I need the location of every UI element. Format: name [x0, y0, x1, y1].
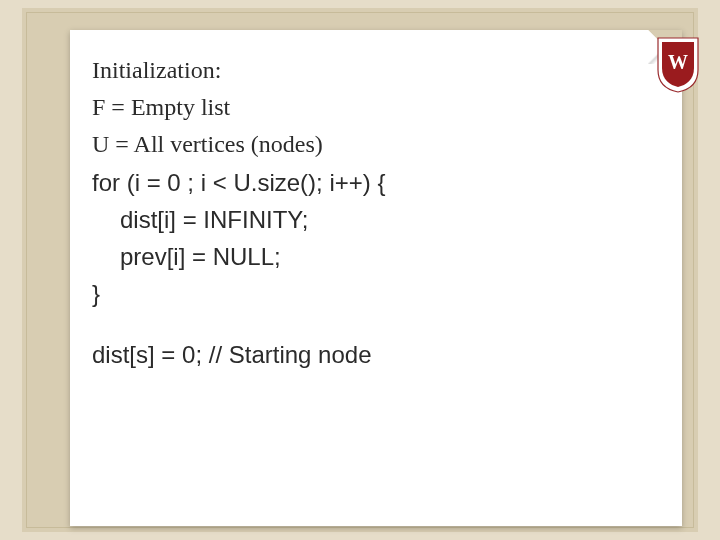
slide-card: Initialization: F = Empty list U = All v… [70, 30, 682, 526]
slide-frame: Initialization: F = Empty list U = All v… [22, 8, 698, 532]
spacer [92, 312, 652, 336]
line-dist-start: dist[s] = 0; // Starting node [92, 336, 652, 373]
line-for-loop: for (i = 0 ; i < U.size(); i++) { [92, 164, 652, 201]
line-prev-null: prev[i] = NULL; [92, 238, 652, 275]
slide-body: Initialization: F = Empty list U = All v… [92, 52, 652, 374]
line-close-brace: } [92, 275, 652, 312]
line-f-empty: F = Empty list [92, 89, 652, 126]
line-dist-infinity: dist[i] = INFINITY; [92, 201, 652, 238]
svg-text:W: W [668, 51, 688, 73]
line-initialization: Initialization: [92, 52, 652, 89]
line-u-vertices: U = All vertices (nodes) [92, 126, 652, 163]
uw-crest-icon: W [656, 36, 700, 94]
